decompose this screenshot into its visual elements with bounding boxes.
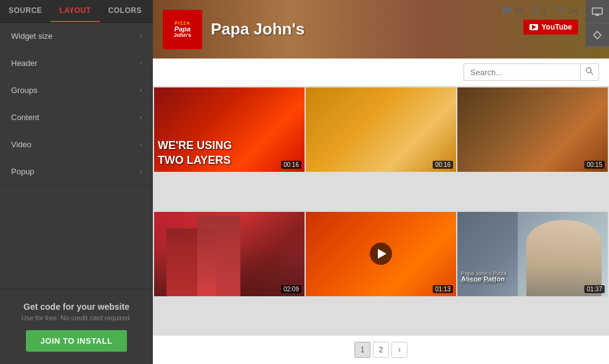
- tab-layout[interactable]: LAYOUT: [51, 0, 99, 22]
- views-icon: [555, 6, 565, 15]
- sidebar-item-header[interactable]: Header ›: [0, 50, 153, 77]
- pagination: 1 2 ›: [153, 336, 609, 364]
- svg-rect-0: [502, 7, 510, 13]
- subscribers-icon: [532, 6, 541, 15]
- video-thumb-3[interactable]: 00:15: [457, 87, 608, 172]
- widget-header: PIZZA Papa John's Papa John's: [153, 0, 609, 59]
- stat-views: 2m: [555, 6, 578, 15]
- sidebar-item-widget-size[interactable]: Widget size ›: [0, 23, 153, 50]
- right-icons-panel: [586, 0, 609, 47]
- thumb-overlay-1: WE'RE USING TWO LAYERS: [154, 87, 304, 172]
- channel-name: Papa John's: [211, 20, 304, 39]
- sidebar-tab-bar: SOURCE LAYOUT COLORS OTHER: [0, 0, 153, 23]
- stat-videos: 93: [502, 6, 523, 15]
- svg-marker-1: [510, 8, 512, 12]
- sidebar-item-label: Video: [11, 140, 31, 149]
- sidebar-item-groups[interactable]: Groups ›: [0, 77, 153, 104]
- sidebar-item-label: Popup: [11, 167, 35, 176]
- sidebar-footer: Get code for your website Use for free. …: [0, 289, 153, 364]
- sidebar-item-label: Content: [11, 113, 39, 122]
- sidebar-item-label: Header: [11, 59, 38, 68]
- youtube-label: YouTube: [541, 23, 572, 31]
- video-thumb-6[interactable]: Alison Patton Papa John's Pizzaof South …: [457, 212, 608, 296]
- video-thumb-1[interactable]: WE'RE USING TWO LAYERS 00:16: [154, 87, 304, 172]
- footer-title: Get code for your website: [11, 302, 142, 312]
- svg-marker-8: [594, 31, 601, 39]
- svg-line-10: [591, 72, 593, 75]
- video-count: 93: [515, 7, 523, 15]
- channel-logo: PIZZA Papa John's: [163, 10, 202, 49]
- monitor-icon[interactable]: [586, 0, 609, 23]
- svg-rect-5: [592, 8, 602, 14]
- youtube-play-icon: [529, 24, 538, 30]
- thumb-duration-2: 00:16: [433, 161, 453, 169]
- chevron-right-icon: ›: [140, 33, 142, 39]
- view-count: 2m: [568, 7, 578, 15]
- svg-point-4: [559, 9, 562, 12]
- sidebar-item-video[interactable]: Video ›: [0, 131, 153, 158]
- play-triangle-5: [378, 249, 386, 259]
- page-1-button[interactable]: 1: [354, 342, 370, 358]
- sidebar-item-content[interactable]: Content ›: [0, 104, 153, 131]
- thumb-title-1b: TWO LAYERS: [158, 154, 301, 168]
- video-thumb-4[interactable]: 02:09: [154, 212, 304, 296]
- sidebar-item-label: Widget size: [11, 31, 52, 41]
- tab-colors[interactable]: COLORS: [100, 0, 150, 22]
- chevron-right-icon: ›: [140, 87, 142, 94]
- join-install-button[interactable]: JOIN TO INSTALL: [26, 330, 128, 352]
- main-preview: PIZZA Papa John's Papa John's: [153, 0, 609, 364]
- widget-container: PIZZA Papa John's Papa John's: [153, 0, 609, 364]
- video-count-icon: [502, 6, 512, 15]
- search-button[interactable]: [580, 64, 599, 80]
- svg-point-9: [586, 68, 591, 73]
- search-bar-container: [153, 59, 609, 86]
- next-page-button[interactable]: ›: [391, 342, 407, 358]
- sidebar-item-popup[interactable]: Popup ›: [0, 158, 153, 185]
- stat-subscribers: 0: [532, 6, 547, 15]
- thumb-duration-1: 00:16: [281, 161, 301, 169]
- chevron-right-icon: ›: [140, 60, 142, 67]
- video-thumb-5[interactable]: 01:13: [306, 212, 456, 296]
- video-grid: WE'RE USING TWO LAYERS 00:16 00:16 00:15…: [153, 86, 609, 336]
- thumb-duration-6: 01:37: [584, 285, 605, 293]
- tab-source[interactable]: SOURCE: [0, 0, 51, 22]
- search-input[interactable]: [464, 65, 580, 80]
- thumb-duration-5: 01:13: [433, 285, 453, 293]
- person-desc-6: Papa John's Pizzaof South Bend: [461, 270, 507, 285]
- thumb-duration-3: 00:15: [584, 161, 605, 169]
- play-triangle: [532, 25, 536, 30]
- play-button-5: [370, 243, 392, 265]
- svg-point-2: [534, 7, 538, 10]
- thumb-title-1a: WE'RE USING: [158, 139, 301, 153]
- video-thumb-2[interactable]: 00:16: [306, 87, 456, 172]
- sidebar-item-label: Groups: [11, 86, 38, 95]
- youtube-button[interactable]: YouTube: [523, 20, 578, 34]
- channel-stats: 93 0: [502, 6, 578, 15]
- chevron-right-icon: ›: [140, 114, 142, 121]
- sidebar-menu: Widget size › Header › Groups › Content …: [0, 23, 153, 289]
- chevron-right-icon: ›: [140, 141, 142, 148]
- chevron-right-icon: ›: [140, 168, 142, 175]
- search-bar: [464, 63, 599, 81]
- sidebar: SOURCE LAYOUT COLORS OTHER Widget size ›…: [0, 0, 153, 364]
- footer-subtitle: Use for free. No credit card required.: [11, 314, 142, 322]
- thumb-duration-4: 02:09: [281, 285, 301, 293]
- diamond-icon[interactable]: [586, 23, 609, 47]
- subscriber-count: 0: [543, 7, 547, 15]
- page-2-button[interactable]: 2: [373, 342, 389, 358]
